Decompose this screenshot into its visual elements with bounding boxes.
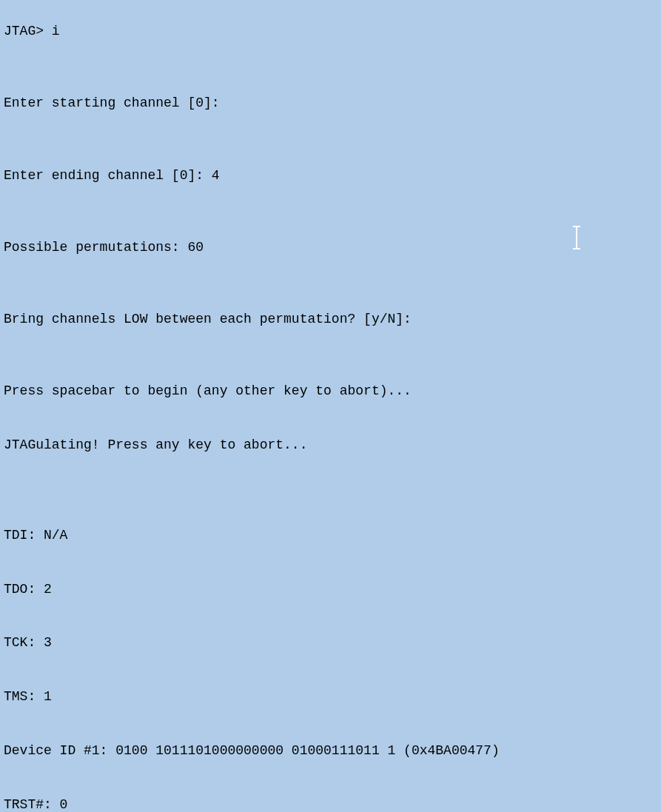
terminal-line: Enter starting channel [0]: <box>4 94 657 112</box>
terminal-line: Possible permutations: 60 <box>4 238 657 256</box>
terminal-line: Bring channels LOW between each permutat… <box>4 310 657 328</box>
terminal-output[interactable]: JTAG> i Enter starting channel [0]: Ente… <box>4 4 657 812</box>
terminal-line: Device ID #1: 0100 1011101000000000 0100… <box>4 742 657 759</box>
terminal-line: Enter ending channel [0]: 4 <box>4 167 657 184</box>
terminal-line: JTAGulating! Press any key to abort... <box>4 436 657 454</box>
terminal-line: TRST#: 0 <box>4 796 657 812</box>
terminal-line: TDI: N/A <box>4 526 657 544</box>
terminal-line: TDO: 2 <box>4 580 657 598</box>
terminal-line: TCK: 3 <box>4 634 657 651</box>
terminal-line: JTAG> i <box>4 22 657 40</box>
terminal-line: Press spacebar to begin (any other key t… <box>4 382 657 400</box>
terminal-line: TMS: 1 <box>4 688 657 705</box>
